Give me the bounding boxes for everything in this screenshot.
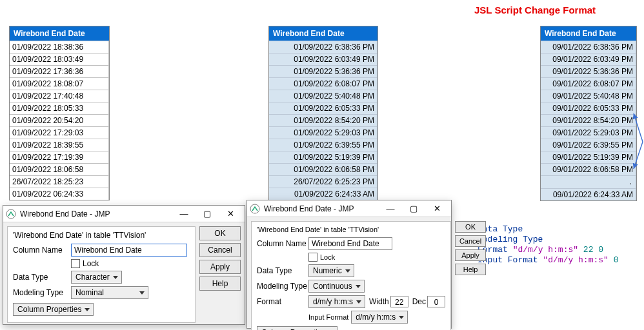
table-row[interactable]: .	[541, 175, 636, 188]
table-row[interactable]: 09/01/2022 6:03:49 PM	[541, 53, 636, 65]
column-name-input[interactable]	[308, 237, 392, 250]
table-row[interactable]: 01/09/2022 17:19:39	[10, 151, 109, 163]
cancel-button[interactable]: Cancel	[455, 235, 486, 247]
table-row[interactable]: 26/07/2022 6:25:23 PM	[269, 175, 377, 188]
dialog-button-stack: OK Cancel Apply Help	[455, 221, 486, 330]
minimize-button[interactable]: —	[172, 206, 196, 222]
maximize-button[interactable]: ▢	[196, 206, 219, 222]
table-row[interactable]: 09/01/2022 6:08:07 PM	[541, 77, 636, 90]
data-type-select[interactable]: Numeric	[308, 264, 354, 277]
format-select[interactable]: d/m/y h:m:s	[308, 295, 365, 308]
table-row[interactable]: 01/09/2022 6:06:58 PM	[269, 163, 377, 175]
table-row[interactable]: 01/09/2022 06:24:33	[10, 188, 109, 200]
table-row[interactable]: 01/09/2022 17:36:36	[10, 65, 109, 77]
dec-input[interactable]: 0	[427, 296, 445, 307]
table-row[interactable]: 01/09/2022 17:40:48	[10, 90, 109, 102]
label-lock: Lock	[83, 259, 99, 268]
jmp-app-icon	[250, 204, 260, 214]
col-header[interactable]: Wirebond End Date	[541, 26, 636, 41]
table-row[interactable]: 01/09/2022 6:38:36 PM	[269, 41, 377, 53]
lock-checkbox[interactable]	[71, 259, 80, 268]
col-header[interactable]: Wirebond End Date	[10, 26, 109, 41]
label-dec: Dec	[412, 297, 426, 306]
modeling-type-select[interactable]: Nominal	[71, 286, 148, 299]
data-type-select[interactable]: Character	[71, 271, 122, 284]
svg-point-1	[250, 204, 259, 213]
titlebar[interactable]: Wirebond End Date - JMP — ▢ ✕	[3, 206, 245, 222]
table-row[interactable]: 01/09/2022 5:40:48 PM	[269, 90, 377, 102]
table-row[interactable]: 01/09/2022 17:29:03	[10, 126, 109, 139]
input-format-select[interactable]: d/m/y h:m:s	[351, 311, 408, 324]
code-text: Input Format	[478, 255, 538, 265]
label-lock: Lock	[320, 253, 335, 261]
table-row[interactable]: 01/09/2022 5:19:39 PM	[269, 151, 377, 163]
table-row[interactable]: 01/09/2022 6:39:55 PM	[269, 139, 377, 151]
code-number: 0	[614, 255, 619, 265]
table-row[interactable]: 09/01/2022 8:54:20 PM	[541, 114, 636, 126]
column-name-input[interactable]	[71, 244, 187, 257]
close-button[interactable]: ✕	[425, 200, 448, 217]
table-row[interactable]: 09/01/2022 6:05:33 PM	[541, 102, 636, 114]
label-width: Width	[369, 297, 389, 306]
window-title: Wirebond End Date - JMP	[260, 204, 379, 213]
ok-button[interactable]: OK	[455, 221, 486, 233]
table-row[interactable]: 09/01/2022 5:36:36 PM	[541, 65, 636, 77]
close-button[interactable]: ✕	[219, 206, 242, 222]
titlebar[interactable]: Wirebond End Date - JMP — ▢ ✕	[247, 200, 451, 217]
table-3: Wirebond End Date 09/01/2022 6:38:36 PM0…	[540, 26, 637, 201]
table-1: Wirebond End Date 01/09/2022 18:38:3601/…	[9, 26, 110, 200]
table-row[interactable]: 09/01/2022 6:38:36 PM	[541, 41, 636, 53]
table-row[interactable]: 09/01/2022 6:39:55 PM	[541, 139, 636, 151]
label-column-name: Column Name	[257, 239, 308, 248]
table-row[interactable]: 09/01/2022 6:24:33 AM	[541, 188, 636, 200]
dialog-button-stack: OK Cancel Apply Help	[199, 226, 241, 323]
dialog-subtitle: 'Wirebond End Date' in table 'TTVision'	[13, 231, 190, 240]
label-format: Format	[257, 297, 308, 306]
column-properties-menu[interactable]: Column Properties	[13, 303, 94, 316]
code-string: "d/m/y h:m:s"	[543, 255, 608, 265]
maximize-button[interactable]: ▢	[402, 200, 425, 217]
label-column-name: Column Name	[13, 246, 71, 255]
jsl-script-title: JSL Script Change Format	[474, 5, 596, 15]
code-block: Data Type Modeling Type Format "d/m/y h:…	[478, 224, 618, 266]
dialog-subtitle: 'Wirebond End Date' in table 'TTVision'	[257, 226, 445, 233]
column-properties-menu[interactable]: Column Properties	[257, 326, 337, 330]
help-button[interactable]: Help	[199, 277, 241, 291]
cancel-button[interactable]: Cancel	[199, 243, 241, 257]
apply-button[interactable]: Apply	[455, 249, 486, 261]
table-row[interactable]: 01/09/2022 5:29:03 PM	[269, 126, 377, 139]
table-row[interactable]: 01/09/2022 6:05:33 PM	[269, 102, 377, 114]
lock-checkbox[interactable]	[308, 253, 317, 262]
table-row[interactable]: 01/09/2022 6:24:33 AM	[269, 188, 377, 200]
code-number: 22	[583, 245, 594, 255]
label-data-type: Data Type	[13, 273, 71, 282]
table-row[interactable]: 01/09/2022 6:08:07 PM	[269, 77, 377, 90]
label-data-type: Data Type	[257, 266, 308, 275]
table-row[interactable]: 09/01/2022 6:06:58 PM	[541, 163, 636, 175]
table-row[interactable]: 01/09/2022 18:05:33	[10, 102, 109, 114]
table-row[interactable]: 09/01/2022 5:19:39 PM	[541, 151, 636, 163]
table-row[interactable]: 01/09/2022 8:54:20 PM	[269, 114, 377, 126]
table-row[interactable]: 01/09/2022 18:38:36	[10, 41, 109, 53]
col-header[interactable]: Wirebond End Date	[269, 26, 377, 41]
table-row[interactable]: 01/09/2022 18:03:49	[10, 53, 109, 65]
width-input[interactable]: 22	[390, 296, 408, 307]
table-row[interactable]: 26/07/2022 18:25:23	[10, 175, 109, 188]
table-row[interactable]: 01/09/2022 20:54:20	[10, 114, 109, 126]
minimize-button[interactable]: —	[379, 200, 402, 217]
table-row[interactable]: 01/09/2022 5:36:36 PM	[269, 65, 377, 77]
table-row[interactable]: 01/09/2022 6:03:49 PM	[269, 53, 377, 65]
label-input-format: Input Format	[308, 313, 348, 321]
table-row[interactable]: 01/09/2022 18:06:58	[10, 163, 109, 175]
label-modeling-type: Modeling Type	[257, 282, 308, 291]
table-row[interactable]: 09/01/2022 5:40:48 PM	[541, 90, 636, 102]
table-row[interactable]: 01/09/2022 18:39:55	[10, 139, 109, 151]
help-button[interactable]: Help	[455, 264, 486, 275]
table-row[interactable]: 01/09/2022 18:08:07	[10, 77, 109, 90]
jmp-app-icon	[6, 209, 16, 219]
ok-button[interactable]: OK	[199, 226, 241, 240]
table-2: Wirebond End Date 01/09/2022 6:38:36 PM0…	[268, 26, 378, 200]
table-row[interactable]: 09/01/2022 5:29:03 PM	[541, 126, 636, 139]
apply-button[interactable]: Apply	[199, 260, 241, 274]
modeling-type-select[interactable]: Continuous	[308, 280, 365, 293]
